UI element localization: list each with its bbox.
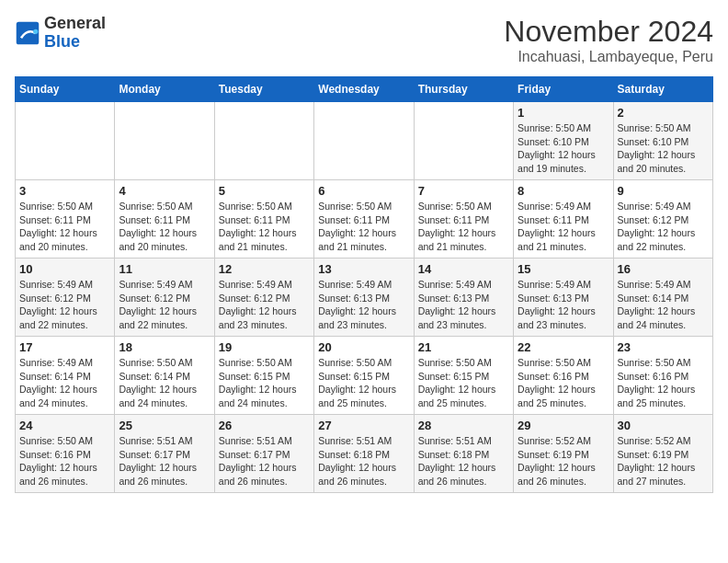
day-info: Sunrise: 5:50 AM Sunset: 6:15 PM Dayligh… <box>318 356 409 410</box>
day-number: 11 <box>119 262 210 276</box>
day-number: 4 <box>119 184 210 198</box>
calendar-cell: 12Sunrise: 5:49 AM Sunset: 6:12 PM Dayli… <box>214 259 313 337</box>
calendar-cell: 5Sunrise: 5:50 AM Sunset: 6:11 PM Daylig… <box>214 180 313 259</box>
calendar-cell: 19Sunrise: 5:50 AM Sunset: 6:15 PM Dayli… <box>214 337 313 415</box>
calendar-cell: 26Sunrise: 5:51 AM Sunset: 6:17 PM Dayli… <box>214 415 313 493</box>
day-number: 8 <box>518 184 609 198</box>
day-number: 18 <box>119 340 210 354</box>
day-info: Sunrise: 5:50 AM Sunset: 6:10 PM Dayligh… <box>618 121 709 176</box>
day-number: 7 <box>418 184 509 198</box>
day-info: Sunrise: 5:50 AM Sunset: 6:11 PM Dayligh… <box>19 200 110 254</box>
header-row: SundayMondayTuesdayWednesdayThursdayFrid… <box>16 77 713 102</box>
day-number: 23 <box>618 340 709 354</box>
calendar-cell: 21Sunrise: 5:50 AM Sunset: 6:15 PM Dayli… <box>414 337 513 415</box>
calendar-week-row: 17Sunrise: 5:49 AM Sunset: 6:14 PM Dayli… <box>16 337 713 415</box>
day-number: 12 <box>219 262 310 276</box>
calendar-cell: 13Sunrise: 5:49 AM Sunset: 6:13 PM Dayli… <box>314 259 414 337</box>
calendar-cell: 7Sunrise: 5:50 AM Sunset: 6:11 PM Daylig… <box>414 180 513 259</box>
day-number: 21 <box>418 340 509 354</box>
location-title: Incahuasi, Lambayeque, Peru <box>504 49 713 65</box>
day-number: 19 <box>219 340 310 354</box>
day-number: 25 <box>119 419 210 432</box>
calendar-cell: 23Sunrise: 5:50 AM Sunset: 6:16 PM Dayli… <box>613 337 712 415</box>
calendar-cell: 16Sunrise: 5:49 AM Sunset: 6:14 PM Dayli… <box>613 259 712 337</box>
day-number: 22 <box>518 340 609 354</box>
weekday-header: Saturday <box>613 77 712 102</box>
logo-text: General Blue <box>44 15 106 52</box>
calendar-cell: 15Sunrise: 5:49 AM Sunset: 6:13 PM Dayli… <box>514 259 613 337</box>
calendar-cell: 14Sunrise: 5:49 AM Sunset: 6:13 PM Dayli… <box>414 259 513 337</box>
calendar-cell: 18Sunrise: 5:50 AM Sunset: 6:14 PM Dayli… <box>115 337 214 415</box>
logo: General Blue <box>15 15 106 52</box>
weekday-header: Sunday <box>16 77 115 102</box>
calendar-cell: 17Sunrise: 5:49 AM Sunset: 6:14 PM Dayli… <box>16 337 115 415</box>
calendar-cell: 28Sunrise: 5:51 AM Sunset: 6:18 PM Dayli… <box>414 415 513 493</box>
day-info: Sunrise: 5:49 AM Sunset: 6:13 PM Dayligh… <box>518 278 609 332</box>
calendar-table: SundayMondayTuesdayWednesdayThursdayFrid… <box>15 76 713 493</box>
calendar-cell: 25Sunrise: 5:51 AM Sunset: 6:17 PM Dayli… <box>115 415 214 493</box>
day-info: Sunrise: 5:51 AM Sunset: 6:18 PM Dayligh… <box>318 434 409 488</box>
day-info: Sunrise: 5:50 AM Sunset: 6:11 PM Dayligh… <box>219 200 310 254</box>
calendar-cell: 24Sunrise: 5:50 AM Sunset: 6:16 PM Dayli… <box>16 415 115 493</box>
day-number: 26 <box>219 419 310 432</box>
day-number: 6 <box>318 184 409 198</box>
day-number: 24 <box>19 419 110 432</box>
day-info: Sunrise: 5:52 AM Sunset: 6:19 PM Dayligh… <box>518 434 609 488</box>
calendar-cell <box>115 102 214 180</box>
calendar-cell: 4Sunrise: 5:50 AM Sunset: 6:11 PM Daylig… <box>115 180 214 259</box>
day-number: 10 <box>19 262 110 276</box>
day-number: 28 <box>418 419 509 432</box>
logo-icon <box>15 20 40 46</box>
calendar-cell <box>16 102 115 180</box>
calendar-cell: 6Sunrise: 5:50 AM Sunset: 6:11 PM Daylig… <box>314 180 414 259</box>
day-number: 30 <box>618 419 709 432</box>
calendar-cell: 11Sunrise: 5:49 AM Sunset: 6:12 PM Dayli… <box>115 259 214 337</box>
day-info: Sunrise: 5:49 AM Sunset: 6:12 PM Dayligh… <box>219 278 310 332</box>
day-info: Sunrise: 5:49 AM Sunset: 6:14 PM Dayligh… <box>19 356 110 410</box>
day-info: Sunrise: 5:50 AM Sunset: 6:16 PM Dayligh… <box>19 434 110 488</box>
day-info: Sunrise: 5:52 AM Sunset: 6:19 PM Dayligh… <box>618 434 709 488</box>
day-info: Sunrise: 5:51 AM Sunset: 6:18 PM Dayligh… <box>418 434 509 488</box>
calendar-week-row: 3Sunrise: 5:50 AM Sunset: 6:11 PM Daylig… <box>16 180 713 259</box>
calendar-cell <box>414 102 513 180</box>
day-info: Sunrise: 5:50 AM Sunset: 6:16 PM Dayligh… <box>518 356 609 410</box>
weekday-header: Friday <box>514 77 613 102</box>
calendar-cell: 20Sunrise: 5:50 AM Sunset: 6:15 PM Dayli… <box>314 337 414 415</box>
logo-blue: Blue <box>44 32 80 51</box>
day-number: 1 <box>518 106 609 120</box>
day-info: Sunrise: 5:49 AM Sunset: 6:13 PM Dayligh… <box>418 278 509 332</box>
day-number: 15 <box>518 262 609 276</box>
calendar-cell: 27Sunrise: 5:51 AM Sunset: 6:18 PM Dayli… <box>314 415 414 493</box>
month-title: November 2024 <box>504 15 713 49</box>
calendar-cell: 30Sunrise: 5:52 AM Sunset: 6:19 PM Dayli… <box>613 415 712 493</box>
calendar-cell <box>214 102 313 180</box>
day-info: Sunrise: 5:50 AM Sunset: 6:15 PM Dayligh… <box>219 356 310 410</box>
calendar-cell: 9Sunrise: 5:49 AM Sunset: 6:12 PM Daylig… <box>613 180 712 259</box>
day-info: Sunrise: 5:51 AM Sunset: 6:17 PM Dayligh… <box>119 434 210 488</box>
svg-point-1 <box>33 29 38 33</box>
day-info: Sunrise: 5:49 AM Sunset: 6:11 PM Dayligh… <box>518 200 609 254</box>
calendar-cell <box>314 102 414 180</box>
day-info: Sunrise: 5:50 AM Sunset: 6:11 PM Dayligh… <box>418 200 509 254</box>
day-info: Sunrise: 5:49 AM Sunset: 6:12 PM Dayligh… <box>119 278 210 332</box>
day-info: Sunrise: 5:50 AM Sunset: 6:15 PM Dayligh… <box>418 356 509 410</box>
day-info: Sunrise: 5:49 AM Sunset: 6:14 PM Dayligh… <box>618 278 709 332</box>
day-number: 27 <box>318 419 409 432</box>
weekday-header: Wednesday <box>314 77 414 102</box>
weekday-header: Monday <box>115 77 214 102</box>
day-number: 20 <box>318 340 409 354</box>
calendar-cell: 2Sunrise: 5:50 AM Sunset: 6:10 PM Daylig… <box>613 102 712 180</box>
day-info: Sunrise: 5:50 AM Sunset: 6:10 PM Dayligh… <box>518 121 609 176</box>
weekday-header: Tuesday <box>214 77 313 102</box>
day-info: Sunrise: 5:50 AM Sunset: 6:11 PM Dayligh… <box>318 200 409 254</box>
day-info: Sunrise: 5:51 AM Sunset: 6:17 PM Dayligh… <box>219 434 310 488</box>
calendar-cell: 10Sunrise: 5:49 AM Sunset: 6:12 PM Dayli… <box>16 259 115 337</box>
day-number: 13 <box>318 262 409 276</box>
day-info: Sunrise: 5:49 AM Sunset: 6:13 PM Dayligh… <box>318 278 409 332</box>
day-number: 2 <box>618 106 709 120</box>
day-info: Sunrise: 5:50 AM Sunset: 6:11 PM Dayligh… <box>119 200 210 254</box>
day-info: Sunrise: 5:50 AM Sunset: 6:16 PM Dayligh… <box>618 356 709 410</box>
day-number: 17 <box>19 340 110 354</box>
calendar-cell: 22Sunrise: 5:50 AM Sunset: 6:16 PM Dayli… <box>514 337 613 415</box>
day-number: 29 <box>518 419 609 432</box>
